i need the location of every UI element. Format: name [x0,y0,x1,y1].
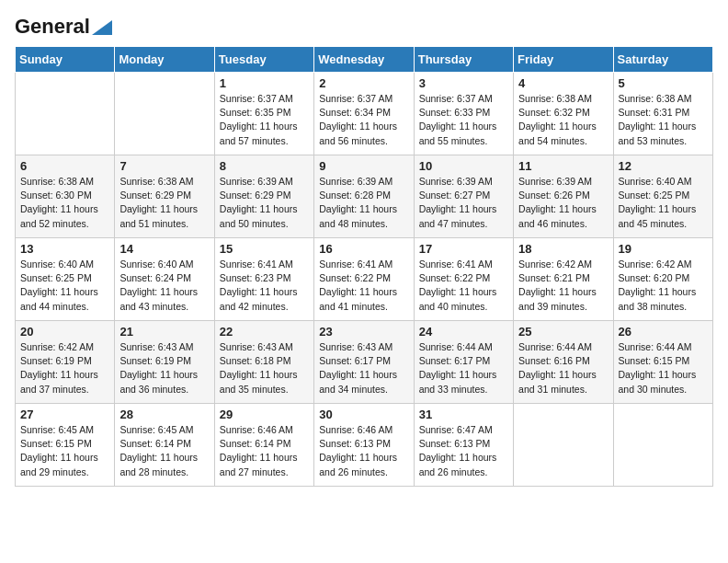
daylight-text: Daylight: 11 hours and 52 minutes. [20,202,109,230]
logo: General [15,15,112,35]
daylight-text: Daylight: 11 hours and 27 minutes. [220,451,309,478]
day-number: 2 [319,76,408,90]
sunset-text: Sunset: 6:28 PM [319,189,408,202]
calendar-cell: 10Sunrise: 6:39 AMSunset: 6:27 PMDayligh… [414,155,513,238]
daylight-text: Daylight: 11 hours and 53 minutes. [619,120,708,147]
sunset-text: Sunset: 6:17 PM [319,354,408,368]
weekday-header: Friday [514,47,613,73]
daylight-text: Daylight: 11 hours and 26 minutes. [319,451,408,478]
day-number: 26 [619,325,708,339]
sunset-text: Sunset: 6:22 PM [319,271,408,285]
cell-info: Sunrise: 6:46 AMSunset: 6:14 PMDaylight:… [220,423,309,479]
cell-info: Sunrise: 6:40 AMSunset: 6:24 PMDaylight:… [119,258,209,314]
sunrise-text: Sunrise: 6:39 AM [319,175,408,189]
sunrise-text: Sunrise: 6:41 AM [319,258,408,271]
sunset-text: Sunset: 6:13 PM [319,437,408,451]
day-number: 10 [419,159,508,173]
sunset-text: Sunset: 6:18 PM [220,354,309,368]
cell-info: Sunrise: 6:44 AMSunset: 6:16 PMDaylight:… [518,340,608,396]
day-number: 23 [319,325,408,339]
sunrise-text: Sunrise: 6:38 AM [20,175,109,189]
sunset-text: Sunset: 6:19 PM [119,354,209,368]
daylight-text: Daylight: 11 hours and 57 minutes. [220,120,309,147]
sunrise-text: Sunrise: 6:41 AM [419,258,508,271]
day-number: 6 [20,159,109,173]
day-number: 8 [220,159,309,173]
day-number: 16 [319,242,408,256]
cell-info: Sunrise: 6:39 AMSunset: 6:28 PMDaylight:… [319,175,408,231]
sunset-text: Sunset: 6:23 PM [220,271,309,285]
calendar-cell: 29Sunrise: 6:46 AMSunset: 6:14 PMDayligh… [214,404,313,487]
page-header: General [15,15,713,35]
cell-info: Sunrise: 6:42 AMSunset: 6:21 PMDaylight:… [518,258,608,314]
sunrise-text: Sunrise: 6:46 AM [220,423,309,437]
sunset-text: Sunset: 6:21 PM [518,271,608,285]
calendar-cell [613,404,712,487]
day-number: 15 [220,242,309,256]
day-number: 20 [20,325,109,339]
sunrise-text: Sunrise: 6:44 AM [518,340,608,354]
sunrise-text: Sunrise: 6:42 AM [20,340,109,354]
daylight-text: Daylight: 11 hours and 33 minutes. [419,368,508,396]
sunrise-text: Sunrise: 6:45 AM [119,423,209,437]
daylight-text: Daylight: 11 hours and 35 minutes. [220,368,309,396]
day-number: 30 [319,408,408,421]
sunrise-text: Sunrise: 6:47 AM [419,423,508,437]
day-number: 24 [419,325,508,339]
sunset-text: Sunset: 6:26 PM [518,189,608,202]
sunset-text: Sunset: 6:13 PM [419,437,508,451]
day-number: 11 [518,159,608,173]
sunrise-text: Sunrise: 6:40 AM [619,175,708,189]
day-number: 14 [119,242,209,256]
daylight-text: Daylight: 11 hours and 28 minutes. [119,451,209,478]
calendar-cell: 4Sunrise: 6:38 AMSunset: 6:32 PMDaylight… [514,73,613,155]
calendar-cell: 3Sunrise: 6:37 AMSunset: 6:33 PMDaylight… [414,73,513,155]
sunset-text: Sunset: 6:32 PM [518,106,608,120]
day-number: 4 [518,76,608,90]
cell-info: Sunrise: 6:41 AMSunset: 6:22 PMDaylight:… [419,258,508,314]
day-number: 27 [20,408,109,421]
cell-info: Sunrise: 6:44 AMSunset: 6:17 PMDaylight:… [419,340,508,396]
sunset-text: Sunset: 6:15 PM [619,354,708,368]
sunrise-text: Sunrise: 6:43 AM [319,340,408,354]
calendar-cell: 18Sunrise: 6:42 AMSunset: 6:21 PMDayligh… [514,238,613,321]
calendar-cell: 16Sunrise: 6:41 AMSunset: 6:22 PMDayligh… [314,238,414,321]
daylight-text: Daylight: 11 hours and 42 minutes. [220,285,309,313]
daylight-text: Daylight: 11 hours and 44 minutes. [20,285,109,313]
calendar-cell: 2Sunrise: 6:37 AMSunset: 6:34 PMDaylight… [314,73,414,155]
day-number: 28 [119,408,209,421]
sunrise-text: Sunrise: 6:38 AM [619,92,708,106]
sunrise-text: Sunrise: 6:39 AM [419,175,508,189]
daylight-text: Daylight: 11 hours and 56 minutes. [319,120,408,147]
sunset-text: Sunset: 6:14 PM [220,437,309,451]
sunset-text: Sunset: 6:24 PM [119,271,209,285]
weekday-header: Sunday [16,47,115,73]
calendar-cell: 24Sunrise: 6:44 AMSunset: 6:17 PMDayligh… [414,321,513,404]
cell-info: Sunrise: 6:44 AMSunset: 6:15 PMDaylight:… [619,340,708,396]
calendar-cell: 13Sunrise: 6:40 AMSunset: 6:25 PMDayligh… [16,238,115,321]
calendar-cell: 25Sunrise: 6:44 AMSunset: 6:16 PMDayligh… [514,321,613,404]
calendar-table: SundayMondayTuesdayWednesdayThursdayFrid… [15,46,713,487]
sunrise-text: Sunrise: 6:45 AM [20,423,109,437]
calendar-cell: 20Sunrise: 6:42 AMSunset: 6:19 PMDayligh… [16,321,115,404]
calendar-cell: 7Sunrise: 6:38 AMSunset: 6:29 PMDaylight… [115,155,214,238]
day-number: 1 [220,76,309,90]
cell-info: Sunrise: 6:37 AMSunset: 6:34 PMDaylight:… [319,92,408,148]
sunrise-text: Sunrise: 6:40 AM [119,258,209,271]
sunset-text: Sunset: 6:33 PM [419,106,508,120]
day-number: 13 [20,242,109,256]
calendar-cell: 30Sunrise: 6:46 AMSunset: 6:13 PMDayligh… [314,404,414,487]
daylight-text: Daylight: 11 hours and 36 minutes. [119,368,209,396]
calendar-cell: 17Sunrise: 6:41 AMSunset: 6:22 PMDayligh… [414,238,513,321]
daylight-text: Daylight: 11 hours and 50 minutes. [220,202,309,230]
sunset-text: Sunset: 6:16 PM [518,354,608,368]
day-number: 9 [319,159,408,173]
calendar-cell: 19Sunrise: 6:42 AMSunset: 6:20 PMDayligh… [613,238,712,321]
sunrise-text: Sunrise: 6:46 AM [319,423,408,437]
calendar-cell: 1Sunrise: 6:37 AMSunset: 6:35 PMDaylight… [214,73,313,155]
daylight-text: Daylight: 11 hours and 40 minutes. [419,285,508,313]
day-number: 17 [419,242,508,256]
sunset-text: Sunset: 6:25 PM [20,271,109,285]
sunset-text: Sunset: 6:22 PM [419,271,508,285]
sunset-text: Sunset: 6:31 PM [619,106,708,120]
